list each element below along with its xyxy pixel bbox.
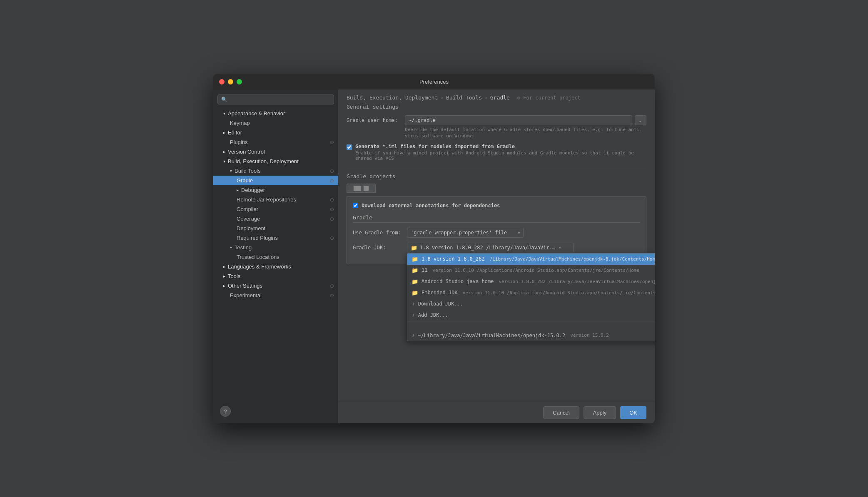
titlebar: Preferences bbox=[213, 74, 655, 89]
download-icon: ⬇ bbox=[412, 333, 414, 338]
close-button[interactable] bbox=[219, 79, 224, 84]
jdk-option-sdk-1[interactable]: ⬇ ~/Library/Java/JavaVirtualMachines/ope… bbox=[407, 330, 655, 341]
chevron-right-icon: ▸ bbox=[223, 274, 225, 278]
sidebar-item-build-exec[interactable]: ▾ Build, Execution, Deployment bbox=[213, 157, 338, 166]
chevron-down-icon: ▾ bbox=[223, 111, 225, 116]
gradle-user-home-input-wrap: ... Override the default location where … bbox=[405, 115, 646, 139]
sidebar-item-label: Debugger bbox=[241, 187, 265, 193]
sidebar-item-plugins[interactable]: Plugins ⊙ bbox=[213, 137, 338, 147]
add-jdk-action[interactable]: ⬇ Add JDK... bbox=[407, 310, 655, 321]
jdk-option-path: version 15.0.2 bbox=[570, 333, 609, 338]
folder-icon: 📁 bbox=[412, 267, 418, 273]
download-annotations-checkbox[interactable] bbox=[353, 203, 358, 208]
sidebar-item-label: Experimental bbox=[230, 292, 262, 298]
project-panel: Download external annotations for depend… bbox=[347, 196, 646, 264]
sync-icon: ⊙ bbox=[330, 293, 334, 298]
folder-icon: 📁 bbox=[411, 245, 417, 251]
chevron-down-icon: ▾ bbox=[223, 159, 225, 164]
jdk-option-main: Embedded JDK bbox=[422, 290, 458, 296]
sync-icon: ⊙ bbox=[330, 197, 334, 203]
sidebar-item-gradle[interactable]: Gradle ⊙ bbox=[213, 176, 338, 185]
generate-iml-row: Generate *.iml files for modules importe… bbox=[347, 144, 646, 161]
sidebar-item-label: Appearance & Behavior bbox=[228, 110, 285, 117]
breadcrumb-separator-2: › bbox=[484, 94, 488, 101]
download-annotations-label: Download external annotations for depend… bbox=[362, 203, 500, 209]
jdk-option-4[interactable]: 📁 Embedded JDK version 11.0.10 /Applicat… bbox=[407, 287, 655, 298]
project-tab[interactable]: ███ ██ bbox=[347, 184, 376, 193]
sidebar-item-label: Keymap bbox=[230, 120, 250, 126]
sidebar-item-compiler[interactable]: Compiler ⊙ bbox=[213, 204, 338, 214]
search-bar[interactable]: 🔍 bbox=[217, 94, 334, 104]
sidebar-item-editor[interactable]: ▸ Editor bbox=[213, 128, 338, 137]
jdk-trigger-text: 1.8 version 1.8.0_282 /Library/Java/Java… bbox=[420, 245, 556, 251]
sidebar-item-keymap[interactable]: Keymap bbox=[213, 118, 338, 128]
sidebar-item-label: Compiler bbox=[237, 206, 258, 212]
sidebar-item-languages[interactable]: ▸ Languages & Frameworks bbox=[213, 262, 338, 271]
jdk-dropdown: 📁 1.8 version 1.8.0_282 /Library/Java/Ja… bbox=[407, 253, 655, 341]
sidebar-item-label: Deployment bbox=[237, 225, 265, 231]
download-jdk-action[interactable]: ⬇ Download JDK... bbox=[407, 298, 655, 310]
main-panel: Build, Execution, Deployment › Build Too… bbox=[338, 89, 655, 423]
apply-button[interactable]: Apply bbox=[584, 406, 616, 419]
generate-iml-checkbox[interactable] bbox=[347, 144, 352, 150]
folder-icon: 📁 bbox=[412, 290, 418, 296]
jdk-option-path: version 1.8.0_282 /Library/Java/JavaVirt… bbox=[499, 279, 655, 284]
use-gradle-from-select[interactable]: 'gradle-wrapper.properties' file Specifi… bbox=[407, 228, 524, 238]
use-gradle-from-select-wrap: 'gradle-wrapper.properties' file Specifi… bbox=[407, 228, 524, 238]
sidebar-item-required-plugins[interactable]: Required Plugins ⊙ bbox=[213, 233, 338, 243]
sidebar-item-label: Plugins bbox=[230, 139, 248, 145]
search-input[interactable] bbox=[229, 97, 330, 102]
add-icon: ⬇ bbox=[412, 312, 415, 318]
jdk-option-path: version 11.0.10 /Applications/Android St… bbox=[463, 290, 655, 296]
sidebar-item-remote-jar[interactable]: Remote Jar Repositories ⊙ bbox=[213, 195, 338, 204]
sidebar-item-testing[interactable]: ▾ Testing bbox=[213, 243, 338, 252]
jdk-trigger[interactable]: 📁 1.8 version 1.8.0_282 /Library/Java/Ja… bbox=[407, 243, 574, 253]
sidebar-item-label: Version Control bbox=[228, 149, 265, 155]
sidebar-item-build-tools[interactable]: ▾ Build Tools ⊙ bbox=[213, 166, 338, 176]
download-jdk-label: Download JDK... bbox=[418, 301, 463, 307]
sidebar-item-appearance[interactable]: ▾ Appearance & Behavior bbox=[213, 109, 338, 118]
sidebar-item-label: Build, Execution, Deployment bbox=[228, 158, 299, 164]
gradle-user-home-input[interactable] bbox=[405, 115, 632, 125]
sidebar-item-version-control[interactable]: ▸ Version Control bbox=[213, 147, 338, 157]
sidebar-item-label: Build Tools bbox=[234, 168, 261, 174]
jdk-option-2[interactable]: 📁 11 version 11.0.10 /Applications/Andro… bbox=[407, 265, 655, 276]
generate-iml-label: Generate *.iml files for modules importe… bbox=[355, 144, 646, 149]
jdk-dropdown-wrap: 📁 1.8 version 1.8.0_282 /Library/Java/Ja… bbox=[407, 243, 574, 253]
chevron-right-icon: ▸ bbox=[223, 283, 225, 288]
jdk-option-path: version 11.0.10 /Applications/Android St… bbox=[432, 268, 639, 273]
breadcrumb-part-2: Build Tools bbox=[446, 94, 482, 101]
generate-iml-label-wrap: Generate *.iml files for modules importe… bbox=[355, 144, 646, 161]
chevron-right-icon: ▸ bbox=[223, 130, 225, 135]
breadcrumb-note: ⚙ For current project bbox=[517, 95, 581, 101]
jdk-option-main: 11 bbox=[422, 267, 427, 273]
folder-icon: 📁 bbox=[412, 256, 418, 262]
sidebar-item-trusted-locations[interactable]: Trusted Locations bbox=[213, 252, 338, 262]
browse-button[interactable]: ... bbox=[635, 115, 646, 125]
sidebar-item-coverage[interactable]: Coverage ⊙ bbox=[213, 214, 338, 224]
chevron-right-icon: ▸ bbox=[223, 264, 225, 269]
sidebar-item-debugger[interactable]: ▸ Debugger bbox=[213, 185, 338, 195]
gradle-jdk-row: Gradle JDK: 📁 1.8 version 1.8.0_282 /Lib… bbox=[353, 243, 640, 253]
sync-icon: ⊙ bbox=[330, 235, 334, 241]
sync-icon: ⊙ bbox=[330, 139, 334, 145]
minimize-button[interactable] bbox=[228, 79, 233, 84]
sidebar-item-label: Testing bbox=[234, 244, 252, 251]
help-button[interactable]: ? bbox=[220, 406, 231, 417]
ok-button[interactable]: OK bbox=[620, 406, 646, 419]
chevron-down-icon: ▾ bbox=[230, 245, 232, 250]
sync-icon: ⊙ bbox=[330, 216, 334, 222]
sidebar-item-tools[interactable]: ▸ Tools bbox=[213, 271, 338, 281]
maximize-button[interactable] bbox=[237, 79, 242, 84]
panel-body: General settings Gradle user home: ... O… bbox=[338, 104, 655, 402]
breadcrumb-part-1: Build, Execution, Deployment bbox=[347, 94, 438, 101]
sidebar-item-experimental[interactable]: Experimental ⊙ bbox=[213, 291, 338, 300]
sidebar-item-deployment[interactable]: Deployment bbox=[213, 224, 338, 233]
jdk-option-3[interactable]: 📁 Android Studio java home version 1.8.0… bbox=[407, 276, 655, 287]
jdk-option-1[interactable]: 📁 1.8 version 1.8.0_282 /Library/Java/Ja… bbox=[407, 253, 655, 265]
sidebar-item-label: Other Settings bbox=[228, 283, 262, 289]
use-gradle-from-row: Use Gradle from: 'gradle-wrapper.propert… bbox=[353, 228, 640, 238]
cancel-button[interactable]: Cancel bbox=[543, 406, 579, 419]
project-tabs: ███ ██ bbox=[347, 184, 646, 192]
sidebar-item-other-settings[interactable]: ▸ Other Settings ⊙ bbox=[213, 281, 338, 291]
